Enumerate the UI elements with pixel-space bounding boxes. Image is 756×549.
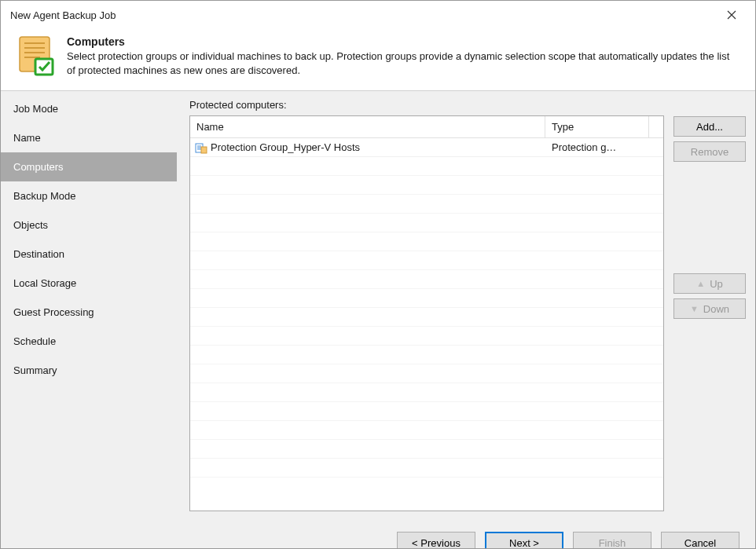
table-row[interactable]: Protection Group_Hyper-V Hosts Protectio…	[190, 138, 663, 157]
down-button: ▼ Down	[673, 298, 746, 319]
arrow-down-icon: ▼	[690, 304, 699, 313]
add-button[interactable]: Add...	[673, 116, 746, 137]
finish-button: Finish	[573, 532, 651, 549]
sidebar-item-backup-mode[interactable]: Backup Mode	[1, 181, 177, 210]
table-label: Protected computers:	[189, 99, 664, 111]
svg-rect-10	[201, 147, 207, 153]
window-title: New Agent Backup Job	[10, 9, 116, 21]
row-type: Protection g…	[545, 141, 663, 153]
sidebar-item-name[interactable]: Name	[1, 123, 177, 152]
column-header-name[interactable]: Name	[190, 116, 545, 137]
next-button[interactable]: Next >	[485, 532, 563, 549]
page-description: Select protection groups or individual m…	[67, 49, 739, 78]
arrow-up-icon: ▲	[696, 279, 705, 288]
close-icon	[727, 10, 736, 20]
page-title: Computers	[67, 35, 739, 48]
sidebar-item-job-mode[interactable]: Job Mode	[1, 94, 177, 123]
table-header: Name Type	[190, 116, 663, 138]
sidebar-item-schedule[interactable]: Schedule	[1, 327, 177, 356]
up-button: ▲ Up	[673, 273, 746, 294]
wizard-body: Job Mode Name Computers Backup Mode Obje…	[1, 90, 755, 521]
wizard-footer: < Previous Next > Finish Cancel	[1, 521, 755, 549]
sidebar-item-local-storage[interactable]: Local Storage	[1, 269, 177, 298]
titlebar: New Agent Backup Job	[1, 1, 755, 29]
wizard-icon	[17, 35, 54, 76]
side-button-panel: Add... Remove ▲ Up ▼ Down	[673, 99, 746, 511]
sidebar-item-objects[interactable]: Objects	[1, 210, 177, 240]
remove-button: Remove	[673, 141, 746, 162]
row-name: Protection Group_Hyper-V Hosts	[211, 141, 360, 153]
sidebar-item-summary[interactable]: Summary	[1, 356, 177, 385]
cancel-button[interactable]: Cancel	[661, 532, 739, 549]
wizard-header: Computers Select protection groups or in…	[1, 29, 755, 90]
close-button[interactable]	[717, 4, 746, 26]
protected-computers-table: Name Type Protection Group_Hyper-V Ho	[189, 115, 664, 511]
protection-group-icon	[195, 141, 207, 154]
sidebar-item-destination[interactable]: Destination	[1, 240, 177, 269]
previous-button[interactable]: < Previous	[397, 532, 475, 549]
wizard-steps-sidebar: Job Mode Name Computers Backup Mode Obje…	[1, 91, 177, 521]
sidebar-item-computers[interactable]: Computers	[1, 152, 177, 181]
column-header-type[interactable]: Type	[545, 116, 649, 137]
main-content: Protected computers: Name Type	[177, 91, 755, 521]
sidebar-item-guest-processing[interactable]: Guest Processing	[1, 298, 177, 327]
